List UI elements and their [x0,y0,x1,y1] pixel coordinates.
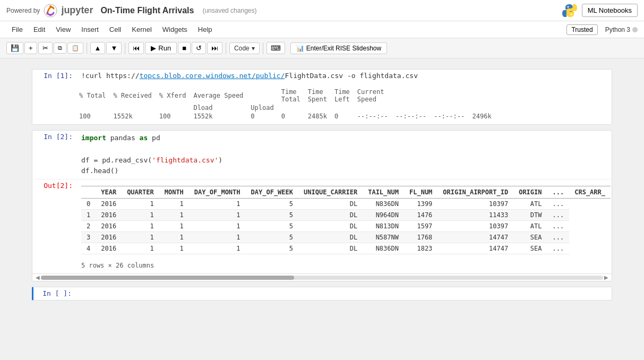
curl-output-table: % Total % Received % Xferd Average Speed… [75,87,496,121]
df-2-quarter: 1 [122,221,159,232]
add-cell-button[interactable]: + [24,42,37,54]
copy-icon: ⧉ [58,45,62,52]
df-col-tail: TAIL_NUM [363,186,404,199]
df-col-day-week: DAY_OF_WEEK [246,186,298,199]
fast-fwd-button[interactable]: ⏭ [207,42,222,54]
ml-notebooks-button[interactable]: ML Notebooks [582,4,638,17]
df-3-dow: 5 [246,232,298,243]
df-2-oid: 10397 [437,221,513,232]
df-3-tail: N587NW [363,232,404,243]
move-up-button[interactable]: ▲ [90,42,106,54]
df-4-year: 2016 [96,243,122,254]
curl-d-times: --:--:-- --:--:-- --:--:-- 2496k [354,113,495,120]
cell-2-code[interactable]: import pandas as pd df = pd.read_csv('fl… [77,131,615,179]
menu-view[interactable]: View [50,23,76,36]
menu-widgets[interactable]: Widgets [157,23,193,36]
curl-h-blank [247,88,277,103]
cut-icon: ✂ [42,44,48,52]
move-down-button[interactable]: ▼ [106,42,122,54]
dataframe-table: YEAR QUARTER MONTH DAY_OF_MONTH DAY_OF_W… [81,186,611,254]
cell-2: In [2]: import pandas as pd df = pd.read… [32,130,612,281]
df-2-carrier: DL [298,221,363,232]
df-2-dom: 1 [189,221,246,232]
notebook-title[interactable]: On-Time Flight Arrivals [100,6,194,15]
rise-label: Enter/Exit RISE Slideshow [306,45,381,52]
df-1-tail: N964DN [363,210,404,221]
df-col-day-month: DAY_OF_MONTH [189,186,246,199]
df-3-carrier: DL [298,232,363,243]
cell-1-code-excl: ! [81,72,85,80]
bar-chart-icon: 📊 [296,45,304,52]
copy-button[interactable]: ⧉ [54,42,66,54]
df-col-idx [81,186,96,199]
restart-button[interactable]: ↺ [192,42,206,54]
menu-insert[interactable]: Insert [76,23,104,36]
df-0-carrier: DL [298,199,363,210]
toolbar-sep-2 [125,42,125,54]
toolbar-sep-1 [87,42,87,54]
scroll-track[interactable] [41,276,603,280]
rows-info: 5 rows × 26 columns [81,259,611,271]
run-button[interactable]: ▶ Run [145,42,177,54]
df-2-month: 1 [159,221,189,232]
empty-cell-prompt: In [ ]: [33,287,76,300]
df-3-quarter: 1 [122,232,159,243]
scroll-thumb[interactable] [41,276,294,280]
df-4-oid: 14747 [437,243,513,254]
fast-back-icon: ⏮ [133,44,140,52]
rise-button[interactable]: 📊 Enter/Exit RISE Slideshow [290,42,387,54]
curl-subheader-row: Dload Upload [76,104,495,112]
cell-2-line1: import pandas as pd [81,133,611,144]
df-2-flnum: 1597 [404,221,437,232]
curl-sh-5 [278,104,304,112]
stop-button[interactable]: ■ [178,42,191,54]
keyboard-shortcuts-button[interactable]: ⌨ [267,42,285,54]
run-forward-icon: ▶ [151,44,156,52]
empty-cell-row: In [ ]: [33,287,612,300]
cell-2-line4: df.head() [81,166,611,177]
curl-d-0: 0 [247,113,277,120]
save-button[interactable]: 💾 [6,42,23,54]
menu-help[interactable]: Help [193,23,218,36]
cell-1-code[interactable]: !curl https://topcs.blob.core.windows.ne… [77,70,612,82]
jupyter-label: jupyter [61,5,93,16]
empty-cell-code[interactable] [76,287,612,300]
df-2-origin: ATL [513,221,547,232]
curl-d-1552kb: 1552k [190,113,246,120]
menu-edit[interactable]: Edit [28,23,50,36]
scroll-right-arrow[interactable]: ▶ [603,275,609,280]
df-3-month: 1 [159,232,189,243]
menu-cell[interactable]: Cell [104,23,126,36]
pd-text: pd [148,134,160,142]
scroll-bar[interactable]: ◀ ▶ [32,273,612,281]
curl-header-row: % Total % Received % Xferd Average Speed… [76,88,495,103]
curl-sh-3 [156,104,190,112]
scroll-left-arrow[interactable]: ◀ [35,275,41,280]
curl-h-time-left: TimeLeft [331,88,353,103]
trusted-button[interactable]: Trusted [566,24,597,35]
notebook-area: In [1]: !curl https://topcs.blob.core.wi… [0,58,644,360]
topbar: Powered by jupyter On-Time Flight Arriva… [0,0,644,21]
empty-cell-wrapper: In [ ]: [33,287,612,300]
df-col-carrier: UNIQUE_CARRIER [298,186,363,199]
menu-file[interactable]: File [6,23,28,36]
powered-by-label: Powered by [6,7,40,14]
df-idx-0: 0 [81,199,96,210]
df-0-dow: 5 [246,199,298,210]
df-row-4: 4 2016 1 1 1 5 DL N836DN 1823 14747 [81,243,611,254]
df-idx-1: 1 [81,210,96,221]
menu-kernel[interactable]: Kernel [126,23,157,36]
stop-icon: ■ [182,44,186,52]
cut-button[interactable]: ✂ [38,42,53,54]
cell-type-dropdown[interactable]: Code ▾ [229,42,260,54]
df-0-ellipsis: ... [547,199,570,210]
toolbar: 💾 + ✂ ⧉ 📋 ▲ ▼ ⏮ ▶ Run ■ ↺ ⏭ Code ▾ ⌨ � [0,38,644,58]
paste-button[interactable]: 📋 [67,42,83,54]
df-1-year: 2016 [96,210,122,221]
kernel-label: Python 3 [605,26,630,33]
df-idx-4: 4 [81,243,96,254]
fast-back-button[interactable]: ⏮ [128,42,144,54]
curl-sh-upload: Upload [247,104,277,112]
df-col-year: YEAR [96,186,122,199]
df-3-dom: 1 [189,232,246,243]
